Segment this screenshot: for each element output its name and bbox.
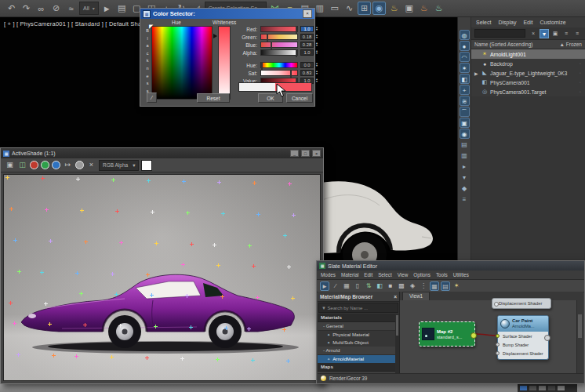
explorer-menu-customize[interactable]: Customize: [540, 20, 565, 25]
minimize-icon[interactable]: _: [290, 150, 299, 157]
material-editor-icon[interactable]: ◉: [372, 2, 386, 15]
taskbar-item[interactable]: [520, 386, 527, 390]
slate-menu-select[interactable]: Select: [378, 272, 392, 278]
scene-object-row[interactable]: ◎PhysCamera001.Target◦: [471, 87, 585, 96]
spinner-arrows[interactable]: ▲▼: [314, 26, 319, 32]
filter-spacewarps-icon[interactable]: ≋: [460, 96, 470, 106]
frozen-toggle[interactable]: ◦: [580, 89, 581, 94]
filter-helpers-icon[interactable]: +: [460, 85, 470, 95]
select-tool-icon[interactable]: ►: [320, 281, 329, 291]
sort-alphabetical-icon[interactable]: ▤: [460, 140, 470, 150]
whiteness-strip[interactable]: [218, 26, 231, 100]
slider-handle[interactable]: [261, 62, 263, 70]
clone-rendering-button[interactable]: ◫: [17, 160, 27, 170]
column-name[interactable]: Name (Sorted Ascending): [474, 42, 532, 47]
filter-all-icon[interactable]: ◍: [460, 30, 470, 40]
zoom-extents-icon[interactable]: ▦: [430, 281, 439, 291]
slider-track[interactable]: [260, 70, 298, 76]
view-scrollbar[interactable]: [576, 300, 583, 374]
tree-group[interactable]: - Arnold: [318, 347, 399, 355]
output-socket[interactable]: [544, 335, 550, 341]
bind-to-space-warp-icon[interactable]: ≈: [64, 2, 78, 15]
slider-value-field[interactable]: 0.18: [300, 34, 314, 40]
column-frozen[interactable]: ▲ Frozen: [560, 42, 582, 47]
maximize-icon[interactable]: □: [301, 150, 310, 157]
input-socket[interactable]: [496, 343, 500, 347]
activeshade-render-view[interactable]: [3, 174, 321, 381]
expand-all-icon[interactable]: ▸: [460, 162, 470, 172]
spin-down-icon[interactable]: ▼: [315, 81, 318, 84]
render-production-icon[interactable]: ♨: [417, 2, 431, 15]
node-car-paint-arnold-material[interactable]: Car Paint ArnoldMa... Surface ShaderBump…: [497, 315, 549, 360]
render-preview-icon[interactable]: ✶: [452, 281, 461, 291]
spin-down-icon[interactable]: ▼: [315, 53, 318, 56]
tree-header-materials[interactable]: Materials: [318, 314, 399, 322]
rendered-frame-icon[interactable]: ▣: [402, 2, 416, 15]
tab-view1[interactable]: View1: [402, 292, 430, 300]
assign-material-icon[interactable]: ▦: [342, 281, 351, 291]
frozen-toggle[interactable]: ◦: [580, 61, 581, 66]
layout-children-icon[interactable]: ⋮: [419, 281, 428, 291]
select-and-link-icon[interactable]: ∞: [35, 2, 48, 15]
taskbar-item[interactable]: [529, 386, 536, 390]
pin-explorer-icon[interactable]: ◆: [460, 183, 470, 194]
blue-channel-button[interactable]: [52, 161, 60, 169]
layout-all-icon[interactable]: ◈: [408, 281, 417, 291]
spin-down-icon[interactable]: ▼: [315, 37, 318, 40]
slate-menu-edit[interactable]: Edit: [364, 272, 372, 278]
undo-icon[interactable]: ↶: [5, 2, 18, 15]
spin-down-icon[interactable]: ▼: [315, 29, 318, 32]
explorer-settings-icon[interactable]: ≡: [460, 194, 470, 205]
viewport-label[interactable]: [ + ] [ PhysCamera001 ] [ Standard ] [ D…: [4, 20, 157, 27]
toggle-ribbon-icon[interactable]: ▭: [328, 2, 341, 15]
slider-track[interactable]: [260, 26, 298, 32]
monochrome-button[interactable]: [75, 161, 84, 169]
clear-button[interactable]: ×: [86, 160, 96, 170]
slider-handle[interactable]: [296, 26, 297, 34]
spin-down-icon[interactable]: ▼: [315, 73, 318, 76]
slate-menu-options[interactable]: Options: [413, 272, 431, 278]
delete-selected-icon[interactable]: ▯: [353, 281, 362, 291]
sort-down-button[interactable]: ≡: [572, 29, 582, 38]
channel-display-dropdown[interactable]: RGB Alpha▾: [99, 160, 139, 171]
show-background-icon[interactable]: ▩: [397, 281, 406, 291]
selection-filter-dropdown[interactable]: All▾: [79, 2, 99, 15]
clear-search-button[interactable]: ×: [529, 29, 538, 38]
explorer-menu-select[interactable]: Select: [476, 20, 491, 25]
tree-header-maps[interactable]: Maps: [318, 363, 399, 372]
spinner-arrows[interactable]: ▲▼: [314, 49, 319, 56]
move-children-icon[interactable]: ⇅: [364, 281, 373, 291]
filter-bones-icon[interactable]: ⌒: [460, 107, 470, 117]
reset-button[interactable]: Reset: [197, 93, 230, 103]
tree-item-arnoldmaterial[interactable]: ✦ArnoldMaterial: [318, 355, 399, 363]
show-shaded-material-icon[interactable]: ■: [386, 281, 395, 291]
frozen-toggle[interactable]: ◦: [580, 71, 581, 75]
node-header[interactable]: Car Paint ArnoldMa...: [498, 316, 548, 332]
sort-up-button[interactable]: ≡: [561, 29, 571, 38]
node-displacement-shader[interactable]: Displacement Shader: [492, 298, 551, 309]
input-socket[interactable]: [496, 334, 500, 338]
spin-down-icon[interactable]: ▼: [315, 45, 318, 48]
filter-cameras-icon[interactable]: ◧: [460, 74, 470, 84]
browser-search-field[interactable]: ▼ Search by Name ...: [318, 303, 398, 313]
filter-button[interactable]: ▼: [540, 29, 549, 38]
slider-value-field[interactable]: 0.28: [300, 42, 314, 48]
input-socket[interactable]: [494, 302, 499, 307]
slider-track[interactable]: [260, 62, 298, 68]
cancel-button[interactable]: Cancel: [286, 93, 313, 103]
slate-menu-utilities[interactable]: Utilities: [453, 272, 469, 278]
collapse-all-icon[interactable]: ▾: [460, 172, 470, 183]
scene-object-row[interactable]: ●Backdrop◦: [471, 59, 585, 68]
scene-explorer-column-header[interactable]: Name (Sorted Ascending) ▲ Frozen: [471, 40, 585, 49]
slate-menu-material[interactable]: Material: [341, 272, 358, 278]
slider-handle[interactable]: [296, 49, 297, 57]
select-object-icon[interactable]: ►: [100, 2, 114, 15]
select-by-name-icon[interactable]: ▤: [115, 2, 129, 15]
node-map2-standard-surface[interactable]: Map #2 standard_s...: [419, 321, 475, 347]
render-setup-icon[interactable]: ♨: [387, 2, 401, 15]
green-channel-button[interactable]: [41, 161, 49, 169]
slot-bump-shader[interactable]: Bump Shader: [498, 340, 548, 349]
activeshade-titlebar[interactable]: ▦ ActiveShade (1:1) _ □ ×: [1, 148, 323, 158]
draw-region-button[interactable]: ↦: [63, 160, 73, 170]
color-sampler-button[interactable]: ⁄: [147, 93, 157, 103]
